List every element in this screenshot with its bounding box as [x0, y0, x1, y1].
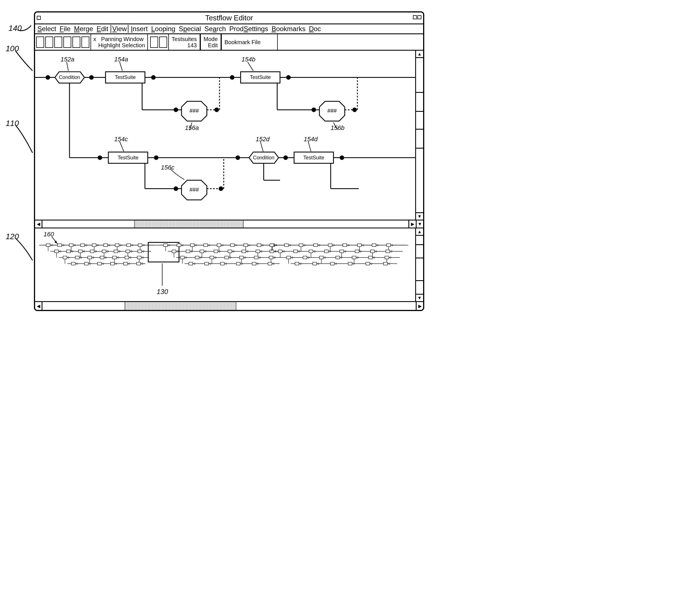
hscroll-thumb[interactable] — [134, 220, 244, 227]
svg-rect-229 — [386, 250, 390, 253]
svg-rect-91 — [125, 256, 129, 259]
toolbar: x Panning Window Highlight Selection Tes… — [35, 34, 423, 51]
minimap-hscroll-thumb[interactable] — [124, 302, 236, 310]
svg-rect-86 — [100, 256, 104, 259]
minimap-scroll-left-icon[interactable]: ◀ — [35, 302, 43, 310]
svg-text:###: ### — [190, 187, 199, 193]
svg-rect-137 — [186, 250, 190, 253]
svg-rect-261 — [383, 262, 388, 265]
menu-prodsettings[interactable]: ProdSettings — [228, 25, 269, 33]
menu-edit[interactable]: Edit — [95, 25, 109, 33]
scroll-right-icon[interactable]: ▶ — [408, 220, 416, 227]
hscroll-track[interactable] — [43, 220, 408, 227]
svg-rect-195 — [314, 244, 318, 246]
vscroll-track[interactable] — [416, 58, 423, 212]
svg-point-230 — [391, 251, 392, 252]
scroll-down-icon[interactable]: ▼ — [416, 212, 423, 220]
svg-rect-214 — [294, 250, 298, 253]
svg-point-196 — [319, 244, 320, 246]
menu-bookmarks[interactable]: Bookmarks — [270, 25, 306, 33]
svg-rect-46 — [104, 244, 108, 246]
scroll-down-join-icon[interactable]: ▼ — [416, 220, 423, 227]
minimap-svg — [35, 228, 415, 301]
tool-btn-4[interactable] — [64, 37, 71, 48]
menu-view[interactable]: View — [110, 25, 129, 33]
menu-select[interactable]: Select — [36, 25, 57, 33]
svg-point-54 — [143, 244, 144, 246]
minimize-button[interactable]: · — [37, 16, 41, 20]
tool-btn-7[interactable] — [150, 37, 158, 48]
tool-btn-5[interactable] — [72, 37, 80, 48]
canvas-vscroll[interactable]: ▲ ▼ — [415, 51, 423, 220]
svg-point-84 — [93, 257, 94, 258]
svg-text:TestSuite: TestSuite — [118, 155, 139, 161]
menu-looping[interactable]: Looping — [150, 25, 176, 33]
scroll-left-icon[interactable]: ◀ — [35, 220, 43, 227]
svg-rect-57 — [55, 250, 58, 253]
testsuites-value: 143 — [172, 42, 197, 48]
tool-btn-6[interactable] — [81, 37, 90, 48]
svg-point-126 — [249, 244, 250, 246]
minimap-vscroll-track[interactable] — [416, 236, 423, 294]
toolbar-buttons-left — [35, 34, 91, 50]
svg-rect-144 — [228, 250, 232, 253]
tool-btn-8[interactable] — [159, 37, 167, 48]
minimap-scroll-right-icon[interactable]: ▶ — [416, 302, 423, 310]
svg-point-169 — [259, 257, 260, 258]
menu-search[interactable]: Search — [203, 25, 227, 33]
svg-text:###: ### — [327, 107, 337, 114]
svg-rect-93 — [137, 256, 141, 259]
svg-rect-170 — [269, 256, 273, 259]
svg-rect-211 — [278, 250, 282, 253]
minimap-hscroll[interactable]: ◀ ▶ — [35, 302, 423, 310]
svg-point-108 — [142, 263, 143, 264]
svg-point-193 — [304, 244, 305, 246]
svg-point-156 — [185, 257, 186, 258]
svg-point-124 — [235, 244, 236, 246]
minimap-scroll-up-icon[interactable]: ▲ — [416, 228, 423, 236]
minimap-scroll-down-icon[interactable]: ▼ — [416, 294, 423, 301]
svg-point-135 — [177, 251, 178, 252]
svg-rect-53 — [138, 244, 142, 246]
svg-rect-88 — [112, 256, 117, 259]
svg-point-111 — [169, 244, 170, 246]
svg-rect-224 — [355, 250, 359, 253]
svg-rect-38 — [69, 244, 73, 246]
highlight-label[interactable]: Highlight Selection — [98, 42, 145, 48]
svg-point-191 — [289, 244, 291, 246]
svg-point-104 — [116, 263, 117, 264]
canvas-hscroll[interactable]: ◀ ▶ ▼ — [35, 220, 423, 228]
svg-rect-187 — [270, 244, 274, 246]
svg-rect-48 — [115, 244, 119, 246]
restore-button[interactable] — [413, 15, 417, 19]
menu-doc[interactable]: Doc — [308, 25, 322, 33]
testsuites-label: Testsuites — [172, 36, 197, 42]
minimap-vscroll[interactable]: ▲ ▼ — [415, 228, 423, 301]
svg-rect-257 — [348, 262, 352, 265]
svg-rect-226 — [371, 250, 374, 253]
scroll-up-icon[interactable]: ▲ — [416, 51, 423, 58]
minimap-hscroll-track[interactable] — [43, 302, 416, 310]
svg-point-121 — [222, 244, 223, 246]
svg-rect-113 — [177, 244, 181, 246]
tool-btn-1[interactable] — [36, 37, 44, 48]
panning-options: x Panning Window Highlight Selection — [91, 34, 148, 50]
svg-text:TestSuite: TestSuite — [250, 74, 271, 80]
menu-special[interactable]: Special — [178, 25, 202, 33]
menu-insert[interactable]: Insert — [129, 25, 149, 33]
svg-point-201 — [348, 244, 349, 246]
flow-canvas[interactable]: 152a 154a 154b 156a 156b 154c 152d 154d … — [35, 51, 415, 220]
svg-point-37 — [63, 244, 64, 246]
svg-rect-192 — [299, 244, 303, 246]
svg-rect-67 — [102, 250, 106, 253]
svg-rect-33 — [46, 244, 50, 246]
menu-file[interactable]: File — [58, 25, 72, 33]
tool-btn-2[interactable] — [45, 37, 53, 48]
maximize-button[interactable] — [418, 15, 421, 19]
svg-rect-219 — [324, 250, 328, 253]
svg-rect-115 — [190, 244, 194, 246]
minimap-canvas[interactable]: 160 130 — [35, 228, 415, 301]
panning-check[interactable]: x — [93, 36, 96, 42]
tool-btn-3[interactable] — [54, 37, 62, 48]
menu-merge[interactable]: Merge — [73, 25, 94, 33]
